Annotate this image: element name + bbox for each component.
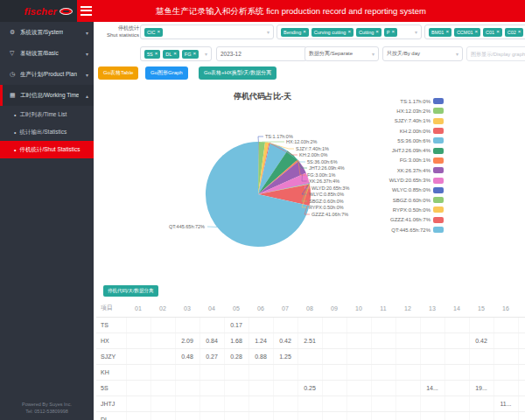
legend-marker-icon: [433, 187, 444, 193]
remove-tag-icon[interactable]: ×: [155, 52, 158, 56]
table-cell: [273, 411, 298, 420]
table-cell: [126, 317, 150, 332]
display-graph-input[interactable]: [466, 46, 525, 61]
legend-item[interactable]: HX:12.03h:2%: [352, 106, 444, 116]
remove-tag-icon[interactable]: ×: [445, 30, 449, 34]
table-cell: [518, 317, 525, 332]
legend-item[interactable]: TS:1.17h:0%: [352, 96, 444, 106]
filter-tag[interactable]: CIC×: [144, 28, 163, 37]
go-table-button[interactable]: Go表格Table: [98, 66, 138, 80]
remove-tag-icon[interactable]: ×: [392, 30, 396, 34]
table-cell: [444, 317, 469, 332]
legend-item[interactable]: QT:445.65h:72%: [352, 225, 444, 234]
legend-item[interactable]: GZZZ:41.06h:7%: [352, 215, 444, 225]
table-cell: [224, 364, 248, 380]
table-cell: [469, 348, 494, 364]
table-cell: [494, 411, 518, 420]
table-cell: [371, 348, 396, 364]
table-cell: [150, 332, 175, 348]
filter-tag[interactable]: Curving cutting×: [312, 28, 354, 37]
month-input[interactable]: [216, 46, 307, 61]
remove-tag-icon[interactable]: ×: [303, 30, 306, 34]
go-graph-button[interactable]: Go图形Graph: [145, 66, 188, 80]
legend-marker-icon: [433, 137, 444, 144]
machine-select[interactable]: BM01×CCM01×C01×C02×▾: [424, 24, 525, 39]
app-title: 慧鱼生产记录输入和分析系统 ficn production record and…: [96, 0, 486, 22]
legend-item[interactable]: SJZY:7.40h:1%: [352, 116, 444, 126]
table-cell: [175, 364, 200, 380]
table-cell: 0.17: [224, 317, 248, 332]
legend-item[interactable]: WLYC:0.85h:0%: [352, 186, 444, 195]
remove-tag-icon[interactable]: ×: [347, 30, 351, 34]
sidebar-subitem[interactable]: •统计输出/Statistics: [0, 123, 94, 141]
table-cell: [175, 411, 200, 420]
remove-tag-icon[interactable]: ×: [192, 52, 196, 56]
legend-item[interactable]: SBGZ:0.60h:0%: [352, 195, 444, 205]
table-cell: [396, 411, 420, 420]
filter-tag[interactable]: BM01×: [429, 28, 452, 37]
legend-item[interactable]: 5S:36.00h:6%: [352, 136, 444, 145]
col-header-day: 05: [224, 300, 248, 317]
go-table-hx-button[interactable]: Go表格+HX换型/天/数据分离: [199, 66, 276, 80]
legend-item[interactable]: WLYD:20.65h:3%: [352, 175, 444, 185]
sidebar-subitem[interactable]: •停机统计/Shut Statistics: [0, 141, 94, 158]
table-cell: [444, 348, 469, 364]
separate-select[interactable]: 数据分离/Separate ▾: [304, 46, 379, 61]
table-cell: [420, 348, 444, 364]
legend-item[interactable]: RYPX:0.50h:0%: [352, 205, 444, 214]
filter-tag[interactable]: Cutting×: [356, 28, 382, 37]
sidebar-item[interactable]: ◷生产计划/Product Plan▾: [0, 64, 94, 85]
legend-item[interactable]: XK:26.37h:4%: [352, 165, 444, 175]
table-cell: [273, 380, 298, 396]
sidebar-subitem[interactable]: •工时列表/Time List: [0, 106, 94, 123]
filter-tag[interactable]: 5S×: [144, 50, 160, 59]
filter-tag[interactable]: CCM01×: [454, 28, 480, 37]
col-header-day: 02: [150, 300, 175, 317]
table-cell: 2.51: [298, 332, 322, 348]
chevron-down-icon: ▾: [86, 51, 88, 57]
legend-item[interactable]: FG:3.00h:1%: [352, 156, 444, 165]
byday-select[interactable]: 只按天/By day ▾: [382, 46, 463, 61]
table-cell: [322, 411, 346, 420]
calendar-icon: ▦: [10, 92, 18, 99]
table-cell: 19...: [469, 380, 494, 396]
table-cell: [248, 364, 273, 380]
legend-label: HX:12.03h:2%: [396, 108, 430, 114]
remove-tag-icon[interactable]: ×: [496, 30, 500, 34]
pie-label: QT:445.65h:72%: [169, 224, 205, 229]
pie-label-leader: [207, 227, 217, 228]
pie-label-leader: [258, 136, 263, 142]
legend-label: 5S:36.00h:6%: [397, 138, 430, 144]
legend-marker-icon: [433, 167, 444, 173]
hamburger-menu-icon[interactable]: [80, 6, 92, 17]
sidebar-item[interactable]: ▽基础设置/Basic▾: [0, 43, 94, 64]
filter-tag[interactable]: P×: [384, 28, 397, 37]
filter-tag[interactable]: Bending×: [281, 28, 309, 37]
type-select[interactable]: 5S×DL×FG×▾: [140, 46, 212, 61]
remove-tag-icon[interactable]: ×: [157, 30, 160, 34]
shut-code-select[interactable]: CIC×▾: [140, 24, 274, 39]
remove-tag-icon[interactable]: ×: [475, 30, 479, 34]
process-select[interactable]: Bending×Curving cutting×Cutting×P×▾: [276, 24, 422, 39]
sidebar-item[interactable]: ⚙系统设置/System▾: [0, 22, 94, 43]
filter-tag[interactable]: DL×: [163, 50, 179, 59]
filter-tag[interactable]: C01×: [483, 28, 502, 37]
legend-item[interactable]: JHTJ:26.09h:4%: [352, 145, 444, 155]
row-name: DL: [96, 411, 126, 420]
table-cell: [175, 396, 200, 411]
table-cell: 1.25: [273, 348, 298, 364]
table-cell: [200, 380, 224, 396]
filter-tag[interactable]: C02×: [505, 28, 524, 37]
remove-tag-icon[interactable]: ×: [375, 30, 379, 34]
sidebar-item[interactable]: ▦工时信息/Working Time▴: [0, 85, 94, 106]
legend-item[interactable]: KH:2.00h:0%: [352, 126, 444, 136]
remove-tag-icon[interactable]: ×: [518, 30, 522, 34]
filter-tag[interactable]: FG×: [182, 50, 199, 59]
row-name: SJZY: [96, 348, 126, 364]
table-cell: [420, 332, 444, 348]
table-section-tag: 停机代码/天/数据分离: [103, 285, 158, 297]
table-cell: 0.84: [200, 332, 224, 348]
table-cell: [224, 396, 248, 411]
remove-tag-icon[interactable]: ×: [173, 52, 177, 56]
table-cell: [494, 332, 518, 348]
